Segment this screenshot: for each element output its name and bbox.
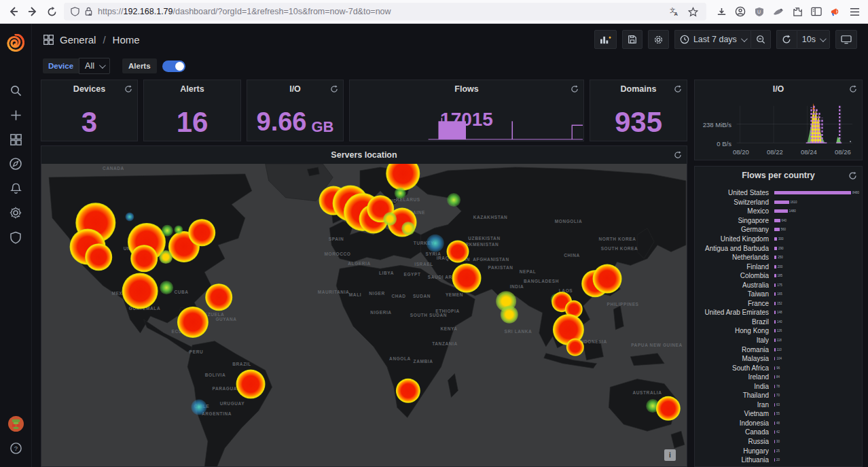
- translate-icon[interactable]: 文A: [664, 3, 683, 20]
- tv-mode-button[interactable]: [835, 30, 857, 49]
- alerting-bell-icon[interactable]: [0, 176, 32, 201]
- reload-button[interactable]: [42, 3, 61, 20]
- downloads-icon[interactable]: [712, 3, 731, 20]
- country-row[interactable]: Netherlands250: [700, 253, 859, 262]
- map-label: CANADA: [103, 166, 124, 171]
- country-row[interactable]: South Africa96: [700, 363, 859, 373]
- variable-filters: Device All Alerts: [43, 56, 185, 75]
- country-row[interactable]: Vietnam55: [700, 409, 859, 419]
- country-row[interactable]: Australia175: [700, 280, 859, 290]
- configuration-gear-icon[interactable]: [0, 201, 32, 225]
- country-row[interactable]: Brazil140: [700, 317, 859, 327]
- country-row[interactable]: Finland200: [700, 262, 859, 271]
- country-row[interactable]: Germany560: [700, 225, 859, 235]
- lock-warning-icon[interactable]: [82, 3, 95, 20]
- refresh-button[interactable]: [776, 30, 797, 49]
- explore-compass-icon[interactable]: [0, 152, 32, 176]
- country-row[interactable]: Hong Kong126: [700, 326, 859, 336]
- panel-title[interactable]: Servers location: [41, 146, 687, 164]
- breadcrumb-dashboard[interactable]: Home: [113, 34, 140, 46]
- sidebar-toggle-icon[interactable]: [807, 3, 826, 20]
- country-row[interactable]: Lithuania20: [700, 455, 859, 465]
- dashboard-header: General / Home Last 7 days: [32, 24, 868, 55]
- country-row[interactable]: India78: [700, 381, 859, 391]
- dashboard-settings-button[interactable]: [648, 30, 669, 49]
- country-bar: [774, 256, 776, 259]
- country-bar: [774, 329, 776, 332]
- svg-text:?: ?: [14, 444, 17, 451]
- refresh-panel-icon[interactable]: [848, 171, 857, 180]
- country-row[interactable]: Taiwan165: [700, 290, 859, 299]
- sync-icon[interactable]: [330, 85, 338, 93]
- world-map[interactable]: CANADAICELANDRUSSIAUNITED STATESMEXICOCU…: [41, 164, 687, 466]
- panel-title[interactable]: I/O: [247, 80, 343, 98]
- device-variable-select[interactable]: All: [79, 58, 110, 74]
- servers-location-panel: Servers location: [41, 145, 687, 467]
- country-row[interactable]: Malaysia104: [700, 354, 859, 364]
- sync-icon[interactable]: [674, 85, 682, 93]
- country-row[interactable]: United States8480: [700, 188, 859, 198]
- save-dashboard-button[interactable]: [622, 30, 643, 49]
- sync-icon[interactable]: [124, 85, 132, 93]
- create-plus-icon[interactable]: [0, 103, 32, 127]
- country-row[interactable]: Hungary25: [700, 446, 859, 455]
- url-bar[interactable]: https://192.168.1.79/dashboard/?orgId=1&…: [64, 3, 706, 20]
- country-row[interactable]: Italy118: [700, 336, 859, 345]
- back-button[interactable]: [4, 3, 23, 20]
- map-label: ANGOLA: [389, 356, 411, 361]
- map-label: SPAIN: [329, 237, 344, 241]
- grafana-logo-icon[interactable]: [0, 31, 32, 55]
- bookmark-star-icon[interactable]: [683, 3, 702, 20]
- megaphone-icon[interactable]: [826, 3, 845, 20]
- country-row[interactable]: Thailand70: [700, 391, 859, 400]
- panel-title[interactable]: Devices: [41, 80, 137, 98]
- country-row[interactable]: Colombia185: [700, 271, 859, 281]
- panel-title[interactable]: Alerts: [144, 80, 240, 98]
- country-row[interactable]: Ireland84: [700, 373, 859, 382]
- map-attribution-toggle[interactable]: i: [664, 449, 676, 461]
- sync-icon[interactable]: [674, 151, 682, 159]
- account-icon[interactable]: [731, 3, 750, 20]
- country-row[interactable]: United Kingdom300: [700, 235, 859, 244]
- panel-title[interactable]: Domains: [590, 80, 687, 98]
- menu-icon[interactable]: [845, 3, 864, 20]
- country-row[interactable]: Singapore640: [700, 216, 859, 226]
- country-value: 126: [777, 329, 782, 332]
- time-range-picker[interactable]: Last 7 days: [674, 30, 751, 49]
- forward-button[interactable]: [23, 3, 42, 20]
- shield-icon[interactable]: [68, 3, 82, 20]
- adblock-shield-icon[interactable]: U: [750, 3, 769, 20]
- country-bar: [774, 339, 776, 342]
- add-panel-button[interactable]: [594, 30, 617, 49]
- country-row[interactable]: Antigua and Barbuda290: [700, 243, 859, 253]
- country-row[interactable]: Russia30: [700, 437, 859, 447]
- zoom-out-button[interactable]: [751, 30, 771, 49]
- country-bar: [774, 403, 775, 407]
- admin-shield-icon[interactable]: [0, 225, 32, 249]
- extension-icon[interactable]: [769, 3, 788, 20]
- dashboards-grid-icon[interactable]: [0, 127, 32, 152]
- x-tick: 08/26: [835, 148, 851, 156]
- breadcrumb[interactable]: General / Home: [43, 34, 140, 46]
- url-text[interactable]: https://192.168.1.79/dashboard/?orgId=1&…: [98, 7, 664, 16]
- x-tick: 08/24: [801, 148, 817, 156]
- country-row[interactable]: France152: [700, 299, 859, 309]
- user-avatar[interactable]: [0, 411, 32, 436]
- country-row[interactable]: United Arab Emirates148: [700, 308, 859, 317]
- country-row[interactable]: Canada42: [700, 428, 859, 437]
- map-label: LIBYA: [379, 271, 394, 275]
- country-row[interactable]: Mexico1480: [700, 207, 859, 216]
- country-row[interactable]: Indonesia48: [700, 419, 859, 428]
- alerts-toggle[interactable]: [162, 60, 185, 72]
- country-row[interactable]: Iran63: [700, 400, 859, 410]
- puzzle-extensions-icon[interactable]: [788, 3, 807, 20]
- search-icon[interactable]: [0, 78, 32, 103]
- refresh-interval-picker[interactable]: 10s: [797, 30, 830, 49]
- country-row[interactable]: Switzerland1610: [700, 198, 859, 207]
- map-label: CUBA: [174, 290, 188, 294]
- help-icon[interactable]: ?: [0, 436, 32, 460]
- panel-title[interactable]: Flows per country: [695, 167, 862, 184]
- country-row[interactable]: Romania110: [700, 345, 859, 354]
- country-bar-list: United States8480Switzerland1610Mexico14…: [700, 188, 859, 466]
- breadcrumb-folder[interactable]: General: [60, 34, 96, 46]
